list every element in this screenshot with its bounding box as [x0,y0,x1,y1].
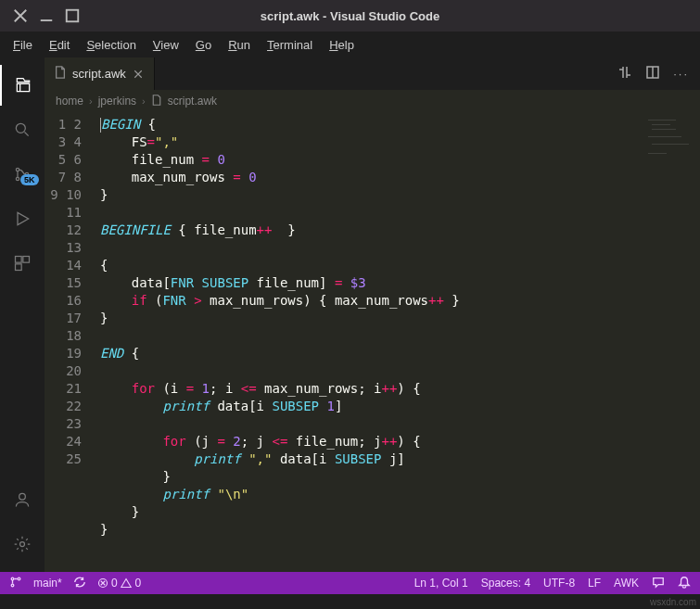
menu-help[interactable]: Help [322,34,362,56]
tab-label: script.awk [72,67,126,81]
titlebar: script.awk - Visual Studio Code [0,0,700,32]
maximize-icon[interactable] [59,6,85,25]
notifications-icon[interactable] [678,576,691,591]
window-title: script.awk - Visual Studio Code [85,9,615,23]
accounts-icon[interactable] [0,479,45,520]
statusbar: main* 0 0 Ln 1, Col 1 Spaces: 4 UTF-8 LF… [0,572,700,594]
run-debug-icon[interactable] [0,198,45,239]
compare-changes-icon[interactable] [617,65,632,82]
tabs-row: script.awk ··· [45,57,700,90]
sync-icon[interactable] [73,576,86,591]
tab-scriptawk[interactable]: script.awk [45,57,155,90]
menu-view[interactable]: View [146,34,186,56]
editor-area: script.awk ··· home › jperkins › script.… [45,57,700,572]
split-editor-icon[interactable] [645,65,660,82]
chevron-right-icon: › [89,95,93,107]
menu-edit[interactable]: Edit [42,34,77,56]
close-icon[interactable] [7,6,33,25]
indent[interactable]: Spaces: 4 [481,577,530,590]
svg-point-2 [16,168,19,171]
line-numbers: 1 2 3 4 5 6 7 8 9 10 11 12 13 14 15 16 1… [45,112,93,572]
git-branch[interactable]: main* [33,577,62,590]
branch-icon[interactable] [9,576,22,591]
menu-terminal[interactable]: Terminal [260,34,320,56]
problems[interactable]: 0 0 [97,577,141,590]
more-actions-icon[interactable]: ··· [673,67,689,81]
svg-point-8 [19,493,26,500]
search-icon[interactable] [0,109,45,150]
file-icon [54,66,67,82]
svg-rect-0 [67,10,79,22]
feedback-icon[interactable] [652,576,665,591]
menu-run[interactable]: Run [221,34,258,56]
extensions-icon[interactable] [0,243,45,284]
code-content[interactable]: BEGIN { FS="," file_num = 0 max_num_rows… [93,112,460,572]
encoding[interactable]: UTF-8 [543,577,575,590]
menu-selection[interactable]: Selection [79,34,143,56]
settings-gear-icon[interactable] [0,524,45,565]
crumb-file[interactable]: script.awk [168,95,217,108]
crumb-user[interactable]: jperkins [98,95,136,108]
tab-close-icon[interactable] [132,68,145,81]
svg-point-1 [16,123,25,133]
crumb-home[interactable]: home [56,95,83,108]
watermark: wsxdn.com [650,597,696,607]
scm-badge: 5K [20,174,39,185]
minimap[interactable] [646,116,696,246]
svg-point-12 [11,584,14,587]
breadcrumbs[interactable]: home › jperkins › script.awk [45,90,700,112]
file-icon [151,95,162,108]
svg-rect-7 [16,264,22,271]
activity-bar: 5K [0,57,45,572]
code-editor[interactable]: 1 2 3 4 5 6 7 8 9 10 11 12 13 14 15 16 1… [45,112,700,572]
language-mode[interactable]: AWK [614,577,639,590]
explorer-icon[interactable] [0,65,45,106]
menubar: File Edit Selection View Go Run Terminal… [0,32,700,57]
svg-rect-6 [23,257,30,263]
menu-go[interactable]: Go [188,34,219,56]
minimize-icon[interactable] [33,6,59,25]
source-control-icon[interactable]: 5K [0,154,45,195]
svg-point-13 [18,577,20,580]
menu-file[interactable]: File [6,34,40,56]
eol[interactable]: LF [588,577,601,590]
svg-rect-5 [16,257,22,263]
cursor-position[interactable]: Ln 1, Col 1 [414,577,468,590]
chevron-right-icon: › [142,95,146,107]
svg-point-9 [20,542,25,547]
svg-point-3 [16,177,19,180]
